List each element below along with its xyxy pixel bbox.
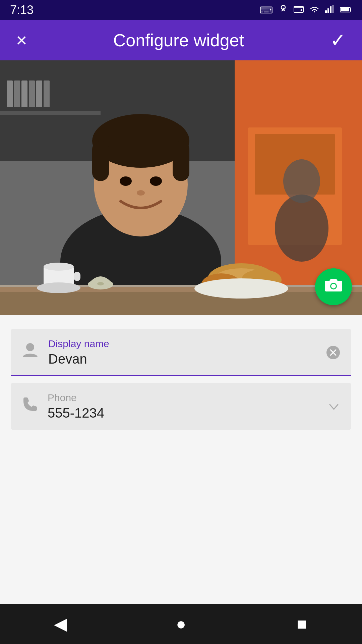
close-button[interactable]: × — [13, 28, 30, 52]
contact-photo — [0, 60, 362, 315]
display-name-value: Devan — [48, 352, 316, 367]
status-time: 7:13 — [10, 3, 34, 17]
person-icon — [21, 342, 39, 363]
svg-point-44 — [194, 278, 288, 299]
svg-point-46 — [283, 159, 320, 203]
svg-rect-26 — [173, 141, 189, 181]
home-button[interactable]: ● — [164, 607, 198, 641]
display-name-label: Display name — [48, 338, 316, 350]
back-button[interactable]: ◀ — [44, 607, 77, 641]
svg-rect-25 — [92, 141, 109, 181]
svg-point-34 — [44, 263, 74, 271]
change-photo-button[interactable] — [315, 268, 352, 305]
phone-icon — [21, 396, 38, 417]
svg-point-49 — [26, 343, 34, 351]
wifi-icon — [309, 5, 320, 15]
clear-display-name-button[interactable] — [326, 345, 341, 360]
svg-rect-7 — [332, 5, 334, 13]
svg-rect-13 — [14, 80, 20, 107]
svg-rect-5 — [327, 8, 329, 13]
display-name-field[interactable]: Display name Devan — [11, 329, 351, 376]
svg-rect-17 — [44, 80, 50, 107]
svg-rect-12 — [7, 80, 13, 107]
signal-icon — [325, 5, 335, 15]
phone-value: 555-1234 — [48, 406, 318, 421]
confirm-button[interactable]: ✓ — [327, 28, 349, 52]
phone-field[interactable]: Phone 555-1234 — [11, 383, 351, 430]
svg-rect-14 — [21, 80, 27, 107]
status-bar: 7:13 ⌨ — [0, 0, 362, 20]
svg-point-2 — [301, 9, 302, 11]
svg-point-48 — [331, 284, 336, 288]
svg-rect-1 — [294, 6, 303, 12]
svg-rect-4 — [325, 10, 327, 13]
vpn-icon — [278, 4, 288, 16]
svg-point-3 — [314, 11, 315, 12]
nav-bar: ◀ ● ■ — [0, 604, 362, 644]
battery-icon — [340, 5, 352, 15]
keyboard-icon: ⌨ — [259, 5, 273, 16]
page-title: Configure widget — [113, 30, 244, 50]
form-section: Display name Devan Phone 555-1234 — [0, 315, 362, 604]
svg-rect-9 — [341, 8, 349, 11]
svg-point-39 — [97, 282, 104, 285]
recent-apps-button[interactable]: ■ — [285, 607, 318, 641]
svg-rect-18 — [0, 111, 101, 115]
phone-underline — [11, 429, 351, 430]
photo-section — [0, 60, 362, 315]
top-bar: × Configure widget ✓ — [0, 20, 362, 60]
svg-point-27 — [120, 176, 132, 186]
phone-label: Phone — [48, 392, 318, 404]
phone-dropdown-button[interactable] — [327, 400, 341, 413]
svg-rect-15 — [29, 80, 35, 107]
display-name-underline — [11, 375, 351, 376]
camera-icon — [324, 276, 343, 298]
svg-rect-16 — [36, 80, 42, 107]
display-name-content: Display name Devan — [48, 338, 316, 367]
phone-content: Phone 555-1234 — [48, 392, 318, 421]
svg-rect-36 — [74, 272, 80, 281]
svg-point-28 — [150, 176, 162, 186]
svg-point-45 — [275, 195, 328, 262]
svg-rect-6 — [330, 6, 331, 13]
svg-point-29 — [137, 190, 145, 196]
svg-point-37 — [37, 282, 80, 293]
wallet-icon — [294, 5, 304, 15]
status-icons: ⌨ — [259, 4, 352, 16]
